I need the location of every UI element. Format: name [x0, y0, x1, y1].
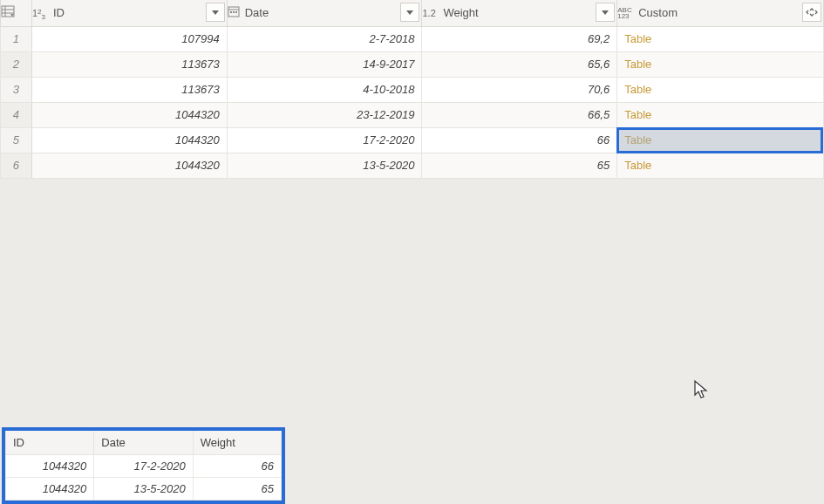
cell-date[interactable]: 2-7-2018	[227, 26, 422, 51]
column-header-weight[interactable]: 1.2 Weight	[422, 0, 617, 26]
svg-rect-9	[233, 11, 235, 13]
preview-col-id[interactable]: ID	[6, 431, 94, 455]
column-header-id[interactable]: 123 ID	[31, 0, 227, 26]
preview-row[interactable]: 104432017-2-202066	[6, 455, 282, 478]
cell-weight[interactable]: 65	[422, 153, 617, 178]
cell-custom-link[interactable]: Table	[617, 51, 824, 77]
cell-id[interactable]: 113673	[31, 77, 227, 102]
table-row[interactable]: 31136734-10-201870,6Table	[1, 77, 824, 102]
row-index[interactable]: 6	[1, 153, 32, 178]
column-label: Weight	[443, 6, 478, 19]
cell-custom-link[interactable]: Table	[617, 102, 824, 127]
cell-id[interactable]: 1044320	[31, 127, 227, 153]
cell-weight[interactable]: 65,6	[422, 51, 617, 77]
cell-weight[interactable]: 69,2	[422, 26, 617, 51]
svg-marker-11	[406, 10, 413, 15]
preview-cell-weight[interactable]: 65	[193, 478, 281, 501]
preview-table: ID Date Weight 104432017-2-2020661044320…	[5, 431, 282, 501]
filter-dropdown-weight[interactable]	[596, 3, 615, 22]
table-row[interactable]: 11079942-7-201869,2Table	[1, 26, 824, 51]
cell-custom-link[interactable]: Table	[617, 127, 824, 153]
column-header-date[interactable]: Date	[227, 0, 422, 26]
date-type-icon	[228, 5, 240, 20]
main-data-table: 123 ID Date 1	[0, 0, 824, 179]
table-row[interactable]: 4104432023-12-201966,5Table	[1, 102, 824, 127]
expand-column-button[interactable]	[802, 3, 821, 22]
cell-id[interactable]: 113673	[31, 51, 227, 77]
table-row[interactable]: 211367314-9-201765,6Table	[1, 51, 824, 77]
column-label: ID	[53, 6, 65, 19]
cell-date[interactable]: 13-5-2020	[227, 153, 422, 178]
mouse-cursor-icon	[693, 379, 711, 400]
svg-rect-10	[235, 11, 237, 13]
preview-cell-date[interactable]: 17-2-2020	[94, 455, 193, 478]
preview-cell-weight[interactable]: 66	[193, 455, 281, 478]
decimal-type-icon: 1.2	[422, 8, 438, 18]
preview-col-date[interactable]: Date	[94, 431, 193, 455]
cell-custom-link[interactable]: Table	[617, 153, 824, 178]
svg-marker-5	[212, 10, 219, 15]
row-index[interactable]: 4	[1, 102, 32, 127]
preview-cell-date[interactable]: 13-5-2020	[94, 478, 193, 501]
row-index[interactable]: 1	[1, 26, 32, 51]
cell-weight[interactable]: 66	[422, 127, 617, 153]
cell-weight[interactable]: 70,6	[422, 77, 617, 102]
svg-marker-12	[602, 10, 609, 15]
preview-row[interactable]: 104432013-5-202065	[6, 478, 282, 501]
int-type-icon: 123	[32, 8, 48, 18]
column-label: Custom	[638, 6, 678, 19]
cell-date[interactable]: 23-12-2019	[227, 102, 422, 127]
cell-date[interactable]: 14-9-2017	[227, 51, 422, 77]
cell-custom-link[interactable]: Table	[617, 77, 824, 102]
row-index[interactable]: 5	[1, 127, 32, 153]
row-index[interactable]: 2	[1, 51, 32, 77]
preview-cell-id[interactable]: 1044320	[6, 478, 94, 501]
cell-custom-link[interactable]: Table	[617, 26, 824, 51]
column-label: Date	[245, 6, 269, 19]
column-header-custom[interactable]: ABC123 Custom	[617, 0, 824, 26]
cell-weight[interactable]: 66,5	[422, 102, 617, 127]
cell-date[interactable]: 4-10-2018	[227, 77, 422, 102]
preview-cell-id[interactable]: 1044320	[6, 455, 94, 478]
filter-dropdown-date[interactable]	[400, 3, 419, 22]
table-row[interactable]: 6104432013-5-202065Table	[1, 153, 824, 178]
table-corner-button[interactable]	[1, 0, 32, 26]
cell-id[interactable]: 1044320	[31, 102, 227, 127]
preview-panel: ID Date Weight 104432017-2-2020661044320…	[2, 427, 285, 504]
preview-col-weight[interactable]: Weight	[193, 431, 281, 455]
cell-id[interactable]: 1044320	[31, 153, 227, 178]
filter-dropdown-id[interactable]	[206, 3, 225, 22]
cell-date[interactable]: 17-2-2020	[227, 127, 422, 153]
cell-id[interactable]: 107994	[31, 26, 227, 51]
svg-rect-8	[230, 11, 232, 13]
any-type-icon: ABC123	[617, 7, 633, 19]
table-row[interactable]: 5104432017-2-202066Table	[1, 127, 824, 153]
row-index[interactable]: 3	[1, 77, 32, 102]
